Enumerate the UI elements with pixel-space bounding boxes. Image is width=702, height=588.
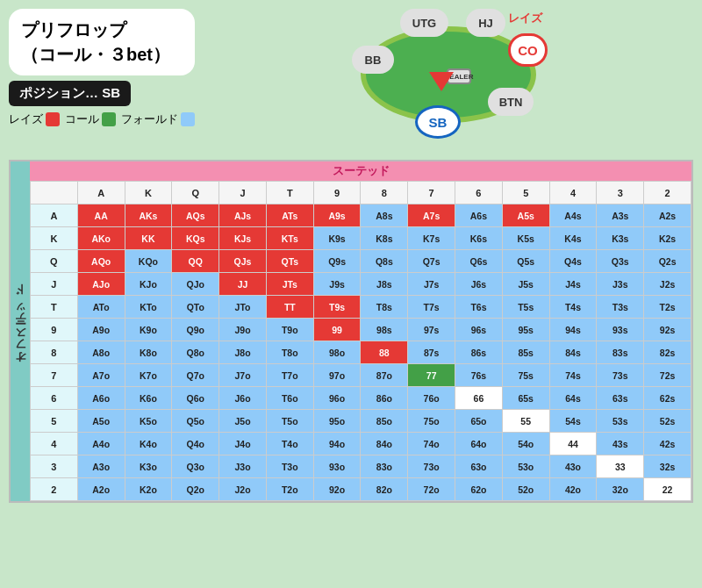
- hand-cell: K9o: [125, 319, 172, 341]
- hand-cell: A7o: [77, 364, 125, 387]
- hand-cell: J4s: [549, 273, 597, 296]
- hand-cell: 53s: [597, 410, 644, 433]
- hand-cell: 92o: [313, 478, 361, 501]
- hand-cell: A4s: [549, 204, 597, 227]
- hand-cell: T6o: [266, 387, 313, 410]
- row-label-9: 9: [31, 319, 78, 341]
- hand-cell: 72s: [644, 364, 691, 387]
- hand-cell: Q4s: [549, 250, 597, 273]
- hand-cell: ATs: [266, 204, 313, 227]
- hand-grid: オフスーテッド スーテッド A K Q J T 9: [9, 160, 693, 503]
- hand-cell: A9s: [313, 204, 361, 227]
- hand-cell: KTo: [125, 296, 172, 319]
- hand-cell: 72o: [408, 478, 455, 501]
- hand-cell: Q2s: [644, 250, 691, 273]
- table-row: AAAAKsAQsAJsATsA9sA8sA7sA6sA5sA4sA3sA2s: [31, 204, 691, 227]
- hand-cell: KK: [125, 227, 172, 250]
- hand-cell: 97o: [313, 364, 361, 387]
- hand-cell: 63o: [455, 455, 503, 478]
- hand-cell: A5s: [502, 204, 549, 227]
- hand-cell: QTo: [172, 296, 219, 319]
- table-row: 4A4oK4oQ4oJ4oT4o94o84o74o64o54o4443s42s: [31, 433, 691, 455]
- hand-cell: A7s: [408, 204, 455, 227]
- table-row: 3A3oK3oQ3oJ3oT3o93o83o73o63o53o43o3332s: [31, 455, 691, 478]
- hand-cell: KQs: [172, 227, 219, 250]
- hand-cell: 86s: [455, 341, 503, 364]
- hand-cell: JTo: [219, 296, 267, 319]
- hand-cell: 52o: [502, 478, 549, 501]
- hand-cell: J9o: [219, 319, 267, 341]
- hand-cell: T8o: [266, 341, 313, 364]
- hand-cell: K8o: [125, 341, 172, 364]
- hand-cell: J8s: [361, 273, 408, 296]
- hand-cell: Q5s: [502, 250, 549, 273]
- hand-cell: QJo: [172, 273, 219, 296]
- hand-cell: A8o: [77, 341, 125, 364]
- hand-cell: J8o: [219, 341, 267, 364]
- hand-cell: 64s: [549, 387, 597, 410]
- hand-cell: TT: [266, 296, 313, 319]
- table-row: TAToKToQToJToTTT9sT8sT7sT6sT5sT4sT3sT2s: [31, 296, 691, 319]
- hand-cell: T3s: [597, 296, 644, 319]
- table-row: 7A7oK7oQ7oJ7oT7o97o87o7776s75s74s73s72s: [31, 364, 691, 387]
- raise-color: [46, 112, 60, 126]
- hand-cell: J6s: [455, 273, 503, 296]
- hand-cell: K6o: [125, 387, 172, 410]
- hand-cell: KQo: [125, 250, 172, 273]
- hand-cell: 82o: [361, 478, 408, 501]
- title-line1: プリフロップ: [21, 20, 126, 39]
- row-label-Q: Q: [31, 250, 78, 273]
- hand-cell: A2o: [77, 478, 125, 501]
- page-title: プリフロップ （コール・３bet）: [9, 9, 195, 75]
- table-row: 2A2oK2oQ2oJ2oT2o92o82o72o62o52o42o32o22: [31, 478, 691, 501]
- hand-cell: A3o: [77, 455, 125, 478]
- hand-cell: AQs: [172, 204, 219, 227]
- hand-cell: A8s: [361, 204, 408, 227]
- hand-cell: 32s: [644, 455, 691, 478]
- hand-cell: AKs: [125, 204, 172, 227]
- hand-cell: 97s: [408, 319, 455, 341]
- hand-cell: 53o: [502, 455, 549, 478]
- hand-cell: 63s: [597, 387, 644, 410]
- row-label-3: 3: [31, 455, 78, 478]
- hand-cell: 75s: [502, 364, 549, 387]
- seat-hj: HJ: [466, 9, 505, 37]
- hand-table: A K Q J T 9 8 7 6 5 4 3 2: [30, 181, 691, 501]
- hand-cell: 88: [361, 341, 408, 364]
- hand-cell: Q5o: [172, 410, 219, 433]
- hand-cell: 85s: [502, 341, 549, 364]
- col-4: 4: [549, 182, 597, 204]
- hand-cell: 52s: [644, 410, 691, 433]
- call-label: コール: [65, 111, 99, 127]
- hand-cell: J7o: [219, 364, 267, 387]
- col-K: K: [125, 182, 172, 204]
- hand-cell: J9s: [313, 273, 361, 296]
- hand-cell: J2o: [219, 478, 267, 501]
- hand-cell: 22: [644, 478, 691, 501]
- hand-cell: 66: [455, 387, 503, 410]
- hand-cell: A3s: [597, 204, 644, 227]
- col-8: 8: [361, 182, 408, 204]
- hand-cell: Q8o: [172, 341, 219, 364]
- hand-cell: 42s: [644, 433, 691, 455]
- hand-cell: 95o: [313, 410, 361, 433]
- hand-cell: AKo: [77, 227, 125, 250]
- hand-cell: T5s: [502, 296, 549, 319]
- hand-cell: 84o: [361, 433, 408, 455]
- hand-cell: A6s: [455, 204, 503, 227]
- hand-cell: 75o: [408, 410, 455, 433]
- hand-cell: 93o: [313, 455, 361, 478]
- raise-label: レイズ: [9, 111, 43, 127]
- hand-cell: 98o: [313, 341, 361, 364]
- row-label-2: 2: [31, 478, 78, 501]
- hand-cell: Q9s: [313, 250, 361, 273]
- title-line2: （コール・３bet）: [21, 45, 170, 64]
- hand-cell: 55: [502, 410, 549, 433]
- row-label-7: 7: [31, 364, 78, 387]
- hand-cell: QTs: [266, 250, 313, 273]
- raise-label-co: レイズ: [508, 11, 542, 26]
- hand-cell: K7o: [125, 364, 172, 387]
- hand-cell: K5s: [502, 227, 549, 250]
- row-label-4: 4: [31, 433, 78, 455]
- hand-cell: 73o: [408, 455, 455, 478]
